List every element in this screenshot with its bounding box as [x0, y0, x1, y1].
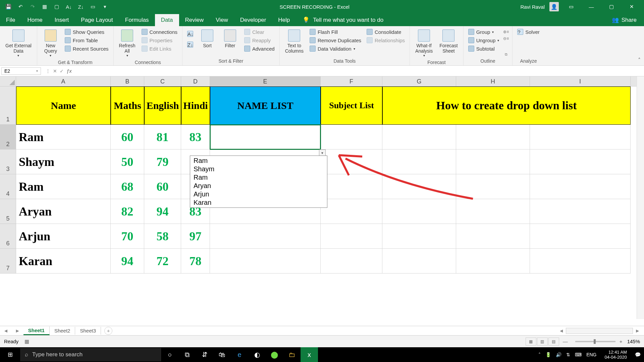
cell-i5[interactable] [530, 199, 631, 224]
forecast-sheet-button[interactable]: Forecast Sheet [437, 28, 460, 55]
cell-i2[interactable] [530, 125, 631, 149]
dialog-launcher-icon[interactable]: ⧉ [505, 52, 507, 57]
dropdown-option[interactable]: Ram [190, 173, 327, 182]
sheet-nav-next-icon[interactable]: ► [12, 328, 23, 334]
sheet-tab[interactable]: Sheet3 [75, 327, 101, 335]
cell-c4[interactable]: 60 [144, 174, 181, 199]
get-external-data-button[interactable]: Get External Data▾ [3, 28, 34, 59]
col-header-g[interactable]: G [382, 76, 456, 86]
tab-help[interactable]: Help [272, 14, 296, 26]
vertical-scrollbar[interactable] [637, 76, 644, 319]
cell-f3[interactable] [321, 149, 382, 174]
row-header-3[interactable]: 3 [0, 149, 16, 174]
language-indicator[interactable]: ENG [586, 352, 596, 357]
qat-customize-icon[interactable]: ▾ [101, 2, 109, 11]
fx-icon[interactable]: ƒx [66, 68, 72, 74]
cell-d2[interactable]: 83 [181, 125, 210, 149]
dropdown-button[interactable]: ▾ [319, 149, 326, 156]
col-header-e[interactable]: E [210, 76, 321, 86]
cell-i6[interactable] [530, 224, 631, 249]
filter-button[interactable]: Filter [220, 28, 240, 50]
zoom-slider[interactable] [575, 341, 615, 342]
edit-links-button[interactable]: Edit Links [140, 45, 179, 52]
from-table-button[interactable]: From Table [63, 37, 110, 44]
cell-a2[interactable]: Ram [16, 125, 111, 149]
sort-button[interactable]: Sort [197, 28, 217, 50]
page-layout-view-button[interactable]: ▥ [537, 338, 548, 346]
taskbar-search[interactable]: ⌕ Type here to search [20, 348, 161, 361]
cell-h5[interactable] [456, 199, 530, 224]
fb-more-icon[interactable]: ⋮ [46, 68, 50, 74]
tab-formulas[interactable]: Formulas [119, 14, 155, 26]
zoom-level[interactable]: 145% [627, 339, 640, 344]
recent-sources-button[interactable]: Recent Sources [63, 45, 110, 52]
col-header-i[interactable]: I [530, 76, 631, 86]
close-icon[interactable]: ✕ [624, 0, 639, 13]
formula-input[interactable] [75, 66, 644, 76]
cell-e7[interactable] [210, 249, 321, 274]
cell-f5[interactable] [321, 199, 382, 224]
group-button[interactable]: Group ▾ [467, 28, 501, 36]
col-header-f[interactable]: F [321, 76, 382, 86]
cell-d6[interactable]: 97 [181, 224, 210, 249]
cell-b2[interactable]: 60 [111, 125, 144, 149]
sheet-tab[interactable]: Sheet2 [50, 327, 75, 335]
row-header-7[interactable]: 7 [0, 249, 16, 274]
qat-icon[interactable]: ▦ [40, 2, 49, 11]
clear-button[interactable]: Clear [243, 28, 276, 36]
cell-h3[interactable] [456, 149, 530, 174]
dropdown-option[interactable]: Shaym [190, 165, 327, 173]
normal-view-button[interactable]: ▦ [526, 338, 536, 346]
ribbon-display-icon[interactable]: ▭ [564, 0, 579, 13]
cell-i4[interactable] [530, 174, 631, 199]
cell-a4[interactable]: Ram [16, 174, 111, 199]
cell-h4[interactable] [456, 174, 530, 199]
cell-i7[interactable] [530, 249, 631, 274]
cell-g6[interactable] [382, 224, 456, 249]
battery-icon[interactable]: 🔋 [545, 352, 551, 357]
dropdown-option[interactable]: Karan [190, 198, 327, 207]
cell-c2[interactable]: 81 [144, 125, 181, 149]
phone-link-icon[interactable]: ⇵ [196, 347, 213, 362]
hscroll-right-icon[interactable]: ► [635, 328, 640, 334]
sort-asc-icon[interactable]: A↓ [64, 2, 73, 11]
redo-icon[interactable]: ↷ [28, 2, 37, 11]
what-if-button[interactable]: What-If Analysis▾ [413, 28, 435, 59]
zoom-in-button[interactable]: + [620, 339, 623, 344]
cell-g7[interactable] [382, 249, 456, 274]
cell-c1[interactable]: English [144, 86, 181, 125]
cell-g3[interactable] [382, 149, 456, 174]
save-icon[interactable]: 💾 [4, 2, 13, 11]
cell-a7[interactable]: Karan [16, 249, 111, 274]
cell-d1[interactable]: Hindi [181, 86, 210, 125]
cell-h2[interactable] [456, 125, 530, 149]
share-button[interactable]: 👥 Share [604, 14, 644, 26]
row-header-6[interactable]: 6 [0, 224, 16, 249]
cell-b7[interactable]: 94 [111, 249, 144, 274]
enter-formula-icon[interactable]: ✓ [60, 68, 64, 74]
tab-developer[interactable]: Developer [234, 14, 272, 26]
new-sheet-button[interactable]: + [104, 327, 112, 335]
refresh-all-button[interactable]: Refresh All▾ [117, 28, 138, 59]
name-box[interactable]: E2▾ [1, 67, 41, 75]
cell-g2[interactable] [382, 125, 456, 149]
cell-f7[interactable] [321, 249, 382, 274]
cell-a6[interactable]: Arjun [16, 224, 111, 249]
volume-icon[interactable]: 🔊 [556, 352, 561, 357]
cell-e2[interactable] [210, 125, 321, 149]
cell-e1[interactable]: NAME LIST [210, 86, 321, 125]
tab-review[interactable]: Review [179, 14, 210, 26]
cell-b3[interactable]: 50 [111, 149, 144, 174]
row-header-5[interactable]: 5 [0, 199, 16, 224]
cell-g4[interactable] [382, 174, 456, 199]
hscroll-left-icon[interactable]: ◄ [559, 328, 564, 334]
horizontal-scrollbar[interactable] [566, 328, 633, 334]
upwork-icon[interactable]: ⬤ [266, 347, 283, 362]
tray-chevron-icon[interactable]: ˄ [538, 352, 541, 357]
dropdown-option[interactable]: Aryan [190, 182, 327, 190]
col-header-b[interactable]: B [111, 76, 144, 86]
task-view-icon[interactable]: ⧉ [178, 347, 196, 362]
store-icon[interactable]: 🛍 [213, 347, 231, 362]
new-icon[interactable]: ▢ [52, 2, 61, 11]
network-icon[interactable]: ⇅ [566, 352, 570, 357]
